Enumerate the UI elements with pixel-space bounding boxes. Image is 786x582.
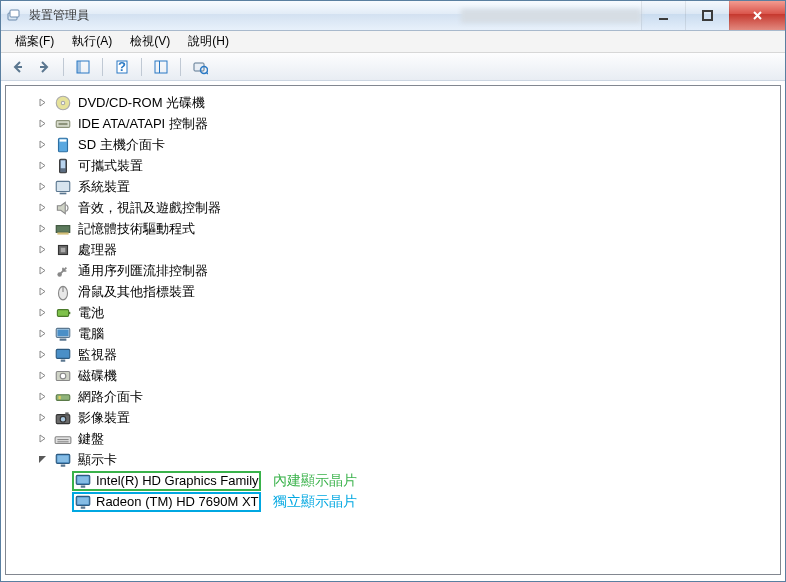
svg-rect-36 xyxy=(60,338,67,340)
svg-rect-11 xyxy=(159,61,160,73)
category-label: DVD/CD-ROM 光碟機 xyxy=(78,94,205,112)
device-category[interactable]: 電池 xyxy=(6,302,780,323)
menu-file[interactable]: 檔案(F) xyxy=(7,31,62,52)
expand-icon[interactable] xyxy=(36,181,48,193)
nav-forward-button[interactable] xyxy=(33,56,55,78)
properties-button[interactable] xyxy=(150,56,172,78)
imaging-icon xyxy=(54,410,72,426)
titlebar-blur-extra xyxy=(461,9,641,23)
menu-action[interactable]: 執行(A) xyxy=(64,31,120,52)
sd-icon xyxy=(54,137,72,153)
category-label: 處理器 xyxy=(78,241,117,259)
device-category[interactable]: 音效，視訊及遊戲控制器 xyxy=(6,197,780,218)
display-icon xyxy=(74,494,92,510)
expand-icon[interactable] xyxy=(36,139,48,151)
display-icon xyxy=(54,452,72,468)
category-label: 磁碟機 xyxy=(78,367,117,385)
device-item[interactable]: Radeon (TM) HD 7690M XT獨立顯示晶片 xyxy=(6,491,780,512)
show-hide-tree-button[interactable] xyxy=(72,56,94,78)
device-category[interactable]: 監視器 xyxy=(6,344,780,365)
svg-rect-26 xyxy=(57,232,68,234)
svg-line-14 xyxy=(206,72,208,74)
device-tree[interactable]: DVD/CD-ROM 光碟機IDE ATA/ATAPI 控制器SD 主機介面卡可… xyxy=(5,85,781,575)
display-icon xyxy=(74,473,92,489)
network-icon xyxy=(54,389,72,405)
device-category[interactable]: 通用序列匯流排控制器 xyxy=(6,260,780,281)
menubar: 檔案(F) 執行(A) 檢視(V) 說明(H) xyxy=(1,31,785,53)
svg-rect-32 xyxy=(57,309,68,316)
device-category[interactable]: SD 主機介面卡 xyxy=(6,134,780,155)
svg-point-44 xyxy=(60,416,66,422)
device-category[interactable]: 電腦 xyxy=(6,323,780,344)
category-label: 電池 xyxy=(78,304,104,322)
device-category[interactable]: 網路介面卡 xyxy=(6,386,780,407)
device-category[interactable]: 記憶體技術驅動程式 xyxy=(6,218,780,239)
svg-rect-24 xyxy=(60,192,67,194)
device-item[interactable]: Intel(R) HD Graphics Family內建顯示晶片 xyxy=(6,470,780,491)
menu-view[interactable]: 檢視(V) xyxy=(122,31,178,52)
expand-icon[interactable] xyxy=(36,370,48,382)
expand-icon[interactable] xyxy=(36,244,48,256)
close-button[interactable] xyxy=(729,1,785,30)
device-category[interactable]: 顯示卡 xyxy=(6,449,780,470)
svg-rect-45 xyxy=(65,412,68,414)
expand-icon[interactable] xyxy=(36,97,48,109)
device-category[interactable]: 處理器 xyxy=(6,239,780,260)
category-label: 顯示卡 xyxy=(78,451,117,469)
minimize-button[interactable] xyxy=(641,1,685,30)
svg-rect-38 xyxy=(61,359,66,361)
device-label: Radeon (TM) HD 7690M XT xyxy=(96,494,259,509)
expand-icon[interactable] xyxy=(36,412,48,424)
maximize-button[interactable] xyxy=(685,1,729,30)
device-category[interactable]: IDE ATA/ATAPI 控制器 xyxy=(6,113,780,134)
menu-help[interactable]: 說明(H) xyxy=(180,31,237,52)
device-category[interactable]: 影像裝置 xyxy=(6,407,780,428)
scan-hardware-button[interactable] xyxy=(189,56,211,78)
expand-icon[interactable] xyxy=(36,307,48,319)
expand-icon[interactable] xyxy=(36,349,48,361)
svg-rect-7 xyxy=(77,61,81,73)
svg-rect-18 xyxy=(59,122,68,124)
help-button[interactable]: ? xyxy=(111,56,133,78)
expand-icon[interactable] xyxy=(36,202,48,214)
expand-icon[interactable] xyxy=(36,328,48,340)
expand-icon[interactable] xyxy=(36,223,48,235)
device-category[interactable]: 滑鼠及其他指標裝置 xyxy=(6,281,780,302)
category-label: 通用序列匯流排控制器 xyxy=(78,262,208,280)
expand-icon[interactable] xyxy=(36,286,48,298)
svg-rect-53 xyxy=(77,476,88,483)
svg-rect-54 xyxy=(81,485,86,487)
category-label: 鍵盤 xyxy=(78,430,104,448)
svg-point-16 xyxy=(61,101,64,104)
expand-icon[interactable] xyxy=(36,160,48,172)
device-category[interactable]: 鍵盤 xyxy=(6,428,780,449)
category-label: 可攜式裝置 xyxy=(78,157,143,175)
device-category[interactable]: 磁碟機 xyxy=(6,365,780,386)
svg-rect-28 xyxy=(61,247,66,252)
toolbar-separator xyxy=(180,58,181,76)
nav-back-button[interactable] xyxy=(7,56,29,78)
window-buttons xyxy=(641,1,785,30)
monitor-icon xyxy=(54,347,72,363)
expand-icon[interactable] xyxy=(36,118,48,130)
expand-icon[interactable] xyxy=(36,265,48,277)
svg-rect-23 xyxy=(56,181,70,191)
device-category[interactable]: DVD/CD-ROM 光碟機 xyxy=(6,92,780,113)
disc-icon xyxy=(54,95,72,111)
device-manager-window: 裝置管理員 檔案(F) 執行(A) 檢視(V) 說明(H) ? DVD/CD-R… xyxy=(0,0,786,582)
tree-container: DVD/CD-ROM 光碟機IDE ATA/ATAPI 控制器SD 主機介面卡可… xyxy=(1,81,785,581)
device-category[interactable]: 可攜式裝置 xyxy=(6,155,780,176)
expand-icon[interactable] xyxy=(36,391,48,403)
svg-rect-25 xyxy=(56,225,70,232)
keyboard-icon xyxy=(54,431,72,447)
device-category[interactable]: 系統裝置 xyxy=(6,176,780,197)
mouse-icon xyxy=(54,284,72,300)
svg-rect-56 xyxy=(77,497,88,504)
computer-icon xyxy=(54,326,72,342)
svg-rect-35 xyxy=(57,329,68,336)
toolbar-separator xyxy=(102,58,103,76)
expand-icon[interactable] xyxy=(36,433,48,445)
collapse-icon[interactable] xyxy=(36,454,48,466)
window-title: 裝置管理員 xyxy=(29,7,453,24)
svg-rect-1 xyxy=(10,10,19,17)
